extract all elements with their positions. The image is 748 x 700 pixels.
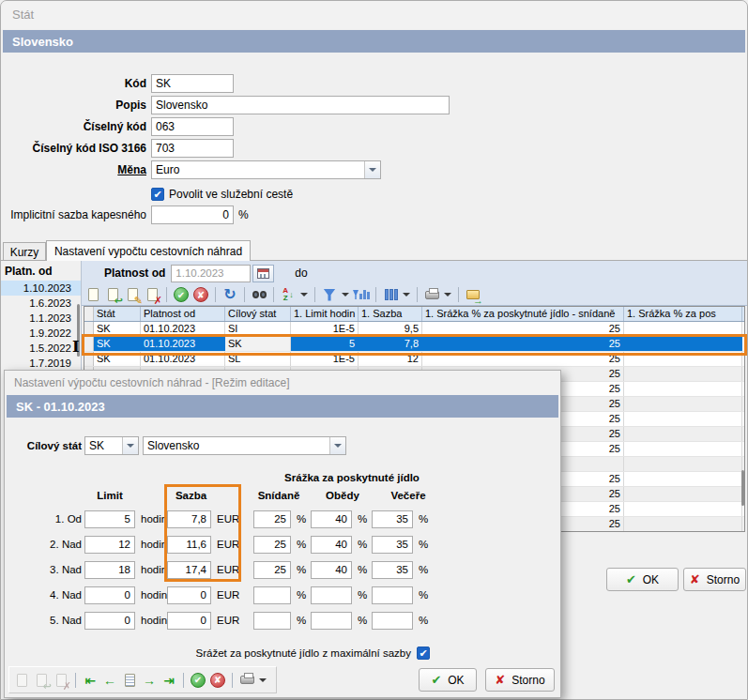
export-icon[interactable]: → <box>465 286 481 303</box>
dialog-titlebar[interactable]: Nastavení výpočtu cestovních náhrad - [R… <box>5 371 560 395</box>
max-sazba-checkbox[interactable]: ✔ <box>417 647 430 660</box>
chevron-down-icon[interactable] <box>364 161 380 178</box>
grid-column-header[interactable]: 1. Srážka % za pos <box>624 307 742 321</box>
limit-input[interactable]: 0 <box>84 612 135 630</box>
vecere-input[interactable] <box>372 612 413 630</box>
window-titlebar[interactable]: Stát <box>1 1 747 29</box>
limit-input[interactable]: 5 <box>84 510 135 528</box>
cilovy-stat-name-combo[interactable]: Slovensko <box>143 436 346 455</box>
sazba-input[interactable]: 0 <box>167 586 211 604</box>
grid-row[interactable]: SK01.10.2023SI1E-59,525 <box>84 322 744 337</box>
doc-new-icon[interactable] <box>84 286 101 303</box>
obedy-input[interactable]: 40 <box>311 561 352 579</box>
limit-input[interactable]: 18 <box>84 561 135 579</box>
filter-icon[interactable] <box>321 286 338 303</box>
cancel-icon[interactable]: ✘ <box>209 672 226 689</box>
doc-new-icon[interactable] <box>13 672 30 689</box>
grid-row[interactable]: SK01.10.2023SK57,825 <box>84 337 744 352</box>
snidane-input[interactable] <box>253 586 291 604</box>
sort-az-icon[interactable]: AZ↓ <box>280 286 297 303</box>
sazba-input[interactable]: 7,8 <box>167 510 211 528</box>
confirm-icon[interactable]: ✔ <box>173 286 190 303</box>
grid-scrollbar[interactable] <box>741 470 744 506</box>
vecere-input[interactable] <box>372 586 413 604</box>
confirm-icon[interactable]: ✔ <box>190 672 206 689</box>
calendar-button[interactable] <box>252 265 274 282</box>
side-list-item[interactable]: 1.7.2019 <box>1 356 81 371</box>
doc-open-icon[interactable]: ↩ <box>104 286 121 303</box>
obedy-input[interactable]: 40 <box>311 536 352 554</box>
refresh-icon[interactable]: ↻ <box>221 286 238 303</box>
print-icon[interactable] <box>423 286 440 303</box>
grid-row[interactable]: SK01.10.2023SL1E-51225 <box>84 352 744 367</box>
filter-chart-icon[interactable] <box>353 286 370 303</box>
side-list-item[interactable]: 1.9.2022 <box>1 326 81 341</box>
record-icon[interactable] <box>121 672 138 689</box>
storno-button[interactable]: ✘ Storno <box>683 568 746 591</box>
mena-label[interactable]: Měna <box>1 163 151 176</box>
doc-delete-icon[interactable]: ✗ <box>53 672 69 689</box>
grid-column-header[interactable]: Cílový stat <box>225 307 291 321</box>
grid-column-header[interactable]: Stát <box>94 307 141 321</box>
limit-input[interactable]: 12 <box>84 536 135 554</box>
obedy-input[interactable]: 40 <box>311 510 352 528</box>
obedy-input[interactable] <box>311 586 352 604</box>
grid-column-header[interactable]: 1. Srážka % za poskytnuté jídlo - snídan… <box>422 307 624 321</box>
grid-column-header[interactable]: 1. Limit hodin <box>291 307 359 321</box>
dropdown-caret-icon[interactable] <box>341 286 350 303</box>
nav-next-icon[interactable]: → <box>141 672 158 689</box>
chevron-down-icon[interactable] <box>329 437 345 454</box>
doc-delete-icon[interactable]: ✗ <box>144 286 160 303</box>
side-list-item[interactable]: 1.6.2023 <box>1 296 81 311</box>
snidane-input[interactable] <box>253 612 291 630</box>
side-list-item[interactable]: 1.10.2023 <box>1 281 81 296</box>
mena-combo[interactable]: Euro <box>151 160 381 179</box>
doc-edit-icon[interactable]: ✎ <box>124 286 141 303</box>
sazba-input[interactable]: 0 <box>167 612 211 630</box>
obedy-input[interactable] <box>311 612 352 630</box>
snidane-input[interactable]: 25 <box>253 561 291 579</box>
cancel-icon[interactable]: ✘ <box>192 286 209 303</box>
dropdown-caret-icon[interactable] <box>299 286 309 303</box>
povolit-checkbox[interactable]: ✔ <box>151 188 164 201</box>
sazba-input[interactable]: 11,6 <box>167 536 211 554</box>
vecere-input[interactable]: 35 <box>372 510 413 528</box>
platnost-od-date-input[interactable]: 1.10.2023 <box>171 265 251 282</box>
dropdown-caret-icon[interactable] <box>443 286 452 303</box>
ciselny-kod-field[interactable]: 063 <box>151 117 234 136</box>
side-list-item[interactable]: 1.1.2023 <box>1 311 81 326</box>
grid-column-header[interactable]: Platnost od <box>141 307 225 321</box>
percent-unit: % <box>354 513 367 525</box>
binoculars-icon[interactable] <box>251 286 267 303</box>
doc-open-icon[interactable]: ↩ <box>33 672 50 689</box>
grid-cell: 12 <box>359 352 422 366</box>
columns-icon[interactable] <box>382 286 399 303</box>
cilovy-stat-code-combo[interactable]: SK <box>84 436 139 455</box>
sazba-input[interactable]: 17,4 <box>167 561 211 579</box>
limit-input[interactable]: 0 <box>84 586 135 604</box>
ok-button[interactable]: ✔ OK <box>606 568 679 591</box>
grid-column-header[interactable]: 1. Sazba <box>359 307 422 321</box>
side-list-item[interactable]: 1.5.2022 <box>1 341 81 356</box>
iso-field[interactable]: 703 <box>151 139 234 158</box>
grid-cell: SI <box>225 322 291 336</box>
kod-field[interactable]: SK <box>151 74 234 93</box>
vecere-input[interactable]: 35 <box>372 536 413 554</box>
nav-last-icon[interactable]: ⇥ <box>160 672 177 689</box>
tab-nastaveni-vypoctu[interactable]: Nastavení vypočtu cestovních náhrad <box>46 240 251 261</box>
snidane-input[interactable]: 25 <box>253 510 291 528</box>
nav-first-icon[interactable]: ⇤ <box>82 672 99 689</box>
dropdown-caret-icon[interactable] <box>258 672 267 689</box>
snidane-input[interactable]: 25 <box>253 536 291 554</box>
print-icon[interactable] <box>238 672 255 689</box>
chevron-down-icon[interactable] <box>122 437 138 454</box>
hodin-unit: hodin <box>137 564 165 575</box>
dialog-ok-button[interactable]: ✔ OK <box>419 668 477 692</box>
nav-prev-icon[interactable]: ← <box>101 672 118 689</box>
implicit-field[interactable]: 0 <box>151 205 234 224</box>
popis-field[interactable]: Slovensko <box>151 96 450 114</box>
vecere-input[interactable]: 35 <box>372 561 413 579</box>
tab-kurzy[interactable]: Kurzy <box>3 242 46 261</box>
dialog-storno-button[interactable]: ✘ Storno <box>485 668 555 692</box>
dropdown-caret-icon[interactable] <box>402 286 411 303</box>
